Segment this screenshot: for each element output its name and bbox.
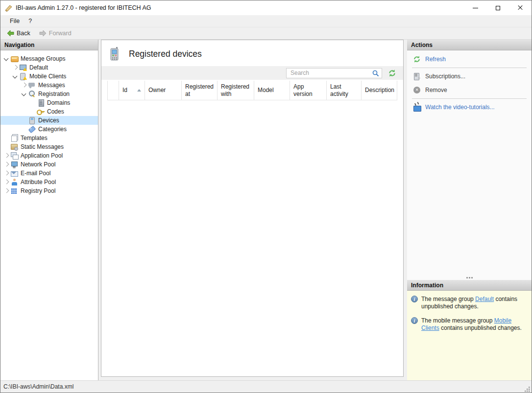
tree-item-label: Mobile Clients xyxy=(29,73,66,80)
minimize-icon xyxy=(473,8,478,8)
resize-grip[interactable] xyxy=(524,386,531,393)
maximize-button[interactable] xyxy=(486,0,509,15)
forward-button[interactable]: Forward xyxy=(36,28,75,38)
close-button[interactable] xyxy=(509,0,532,15)
tree-item-static-messages[interactable]: Static Messages xyxy=(0,142,98,151)
menu-item-file[interactable]: File xyxy=(5,16,24,26)
tree-item-registry-pool[interactable]: Registry Pool xyxy=(0,186,98,195)
tree-item-label: Network Pool xyxy=(21,161,55,168)
tree-item-label: Devices xyxy=(38,117,59,124)
expander-collapsed-icon[interactable] xyxy=(2,161,10,168)
actions-filler xyxy=(407,116,532,275)
maximize-icon xyxy=(496,6,500,10)
tree-item-label: Templates xyxy=(21,135,48,141)
tree-item-attribute-pool[interactable]: Attribute Pool xyxy=(0,178,98,186)
static-messages-icon xyxy=(10,143,18,151)
column-header-model[interactable]: Model xyxy=(254,81,290,100)
information-header: Information xyxy=(407,280,532,291)
categories-icon xyxy=(28,125,36,133)
tree-item-devices[interactable]: Devices xyxy=(0,116,98,125)
search-wrap xyxy=(286,68,382,78)
tree-item-network-pool[interactable]: Network Pool xyxy=(0,160,98,169)
info-link-default[interactable]: Default xyxy=(475,296,494,302)
column-header-registered-with[interactable]: Registered with xyxy=(218,81,254,100)
column-header-label: Owner xyxy=(148,87,166,94)
actions-list: RefreshSubscriptions...RemoveWatch the v… xyxy=(407,50,532,116)
refresh-table-icon[interactable] xyxy=(388,69,396,77)
tree-item-application-pool[interactable]: Application Pool xyxy=(0,151,98,160)
tree-item-label: E-mail Pool xyxy=(21,170,50,177)
column-header-label: Last activity xyxy=(330,83,358,98)
expander-placeholder xyxy=(29,108,37,116)
expander-collapsed-icon[interactable] xyxy=(2,152,10,160)
email-pool-icon xyxy=(10,169,18,177)
status-bar: C:\IBI-aws\Admin\Data.xml xyxy=(0,380,532,393)
expander-collapsed-icon[interactable] xyxy=(2,169,10,177)
tree-item-label: Codes xyxy=(47,108,64,115)
tree-item-e-mail-pool[interactable]: E-mail Pool xyxy=(0,169,98,178)
computer-warning-icon xyxy=(19,64,27,71)
app-icon xyxy=(4,4,13,12)
registration-icon xyxy=(28,90,36,98)
expander-collapsed-icon[interactable] xyxy=(20,81,28,89)
expander-collapsed-icon[interactable] xyxy=(2,187,10,195)
minimize-button[interactable] xyxy=(464,0,486,15)
tree-item-domains[interactable]: Domains xyxy=(0,98,98,107)
tree-item-registration[interactable]: Registration xyxy=(0,90,98,98)
tree-item-messages[interactable]: Messages xyxy=(0,81,98,90)
expander-placeholder xyxy=(2,143,10,151)
codes-icon xyxy=(37,108,45,116)
column-header-id[interactable]: Id xyxy=(119,81,145,100)
forward-arrow-icon xyxy=(39,30,47,37)
search-input[interactable] xyxy=(286,68,382,78)
expander-expanded-icon[interactable] xyxy=(20,90,28,98)
page-title: Registered devices xyxy=(129,49,202,59)
column-header-label: Model xyxy=(258,87,274,94)
status-path: C:\IBI-aws\Admin\Data.xml xyxy=(3,383,73,390)
main-panel: Registered devices IdOwnerRegistered atR… xyxy=(101,40,404,377)
column-header-label: App version xyxy=(293,83,323,98)
info-message-text: The message group Default contains unpub… xyxy=(421,296,528,310)
action-remove[interactable]: Remove xyxy=(407,83,532,97)
action-watch-the-video-tutorials[interactable]: Watch the video-tutorials... xyxy=(407,100,532,114)
back-button[interactable]: Back xyxy=(3,28,34,38)
app-window: { "window": { "title": "IBI-aws Admin 1.… xyxy=(0,0,532,393)
panel-splitter[interactable] xyxy=(407,275,532,280)
actions-separator xyxy=(412,98,527,99)
expander-placeholder xyxy=(20,116,28,124)
subscriptions-icon xyxy=(413,72,421,80)
column-header-description[interactable]: Description xyxy=(362,81,397,100)
tree-item-mobile-clients[interactable]: Mobile Clients xyxy=(0,72,98,81)
tree-item-codes[interactable]: Codes xyxy=(0,107,98,116)
expander-expanded-icon[interactable] xyxy=(2,55,10,63)
column-header-owner[interactable]: Owner xyxy=(145,81,182,100)
tree-item-label: Messages xyxy=(38,82,65,89)
tree-item-label: Application Pool xyxy=(21,152,63,159)
column-header-app-version[interactable]: App version xyxy=(290,81,327,100)
actions-header: Actions xyxy=(407,40,532,50)
action-label: Remove xyxy=(425,87,447,93)
action-subscriptions[interactable]: Subscriptions... xyxy=(407,69,532,83)
window-controls xyxy=(464,0,532,15)
tree-item-categories[interactable]: Categories xyxy=(0,125,98,134)
info-message: iThe mobile message group Mobile Clients… xyxy=(411,317,528,332)
tree-item-message-groups[interactable]: Message Groups xyxy=(0,54,98,63)
column-header-label: Registered with xyxy=(221,83,250,98)
tree-item-templates[interactable]: Templates xyxy=(0,134,98,142)
expander-expanded-icon[interactable] xyxy=(11,72,19,80)
column-header-selector[interactable] xyxy=(107,81,119,100)
window-title: IBI-aws Admin 1.27.0 - registered for IB… xyxy=(16,4,151,11)
tree-item-label: Default xyxy=(29,64,48,71)
menu-item-help[interactable]: ? xyxy=(24,16,36,26)
info-message: iThe message group Default contains unpu… xyxy=(411,296,528,310)
tree-item-default[interactable]: Default xyxy=(0,63,98,72)
search-icon[interactable] xyxy=(372,70,379,77)
navigation-header: Navigation xyxy=(0,40,98,50)
back-label: Back xyxy=(17,30,30,37)
tree-item-label: Message Groups xyxy=(21,55,65,62)
expander-collapsed-icon[interactable] xyxy=(11,64,19,71)
column-header-registered-at[interactable]: Registered at xyxy=(182,81,218,100)
expander-collapsed-icon[interactable] xyxy=(2,178,10,186)
action-refresh[interactable]: Refresh xyxy=(407,52,532,66)
column-header-last-activity[interactable]: Last activity xyxy=(327,81,362,100)
